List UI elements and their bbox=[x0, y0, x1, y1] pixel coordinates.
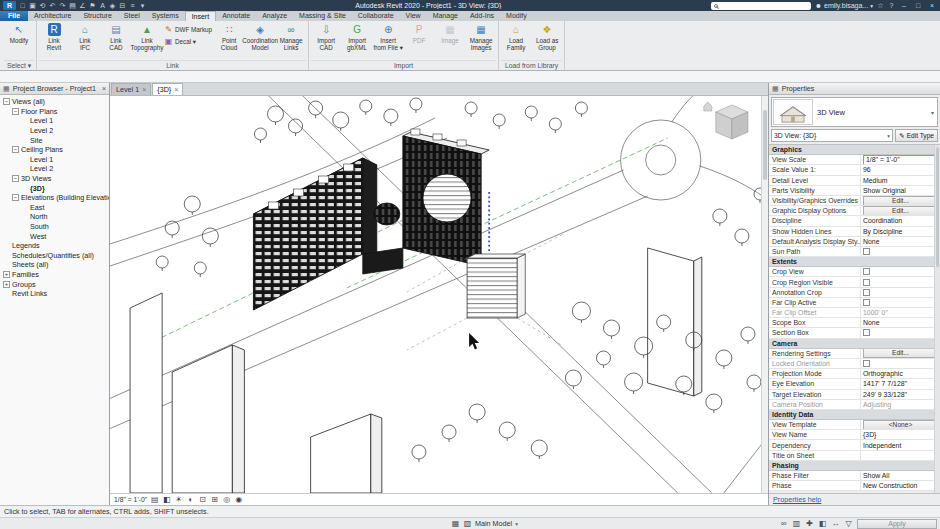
annotation-crop-checkbox[interactable] bbox=[863, 289, 870, 296]
filter-icon[interactable]: ▽ bbox=[844, 519, 853, 528]
property-section-camera[interactable]: Camera bbox=[769, 339, 940, 349]
tree-item-level-2[interactable]: Level 2 bbox=[0, 164, 109, 174]
thin-lines-icon[interactable]: ≡ bbox=[129, 1, 136, 10]
view-scale-control[interactable]: 1/8" = 1'-0" bbox=[114, 496, 147, 503]
undo-icon[interactable]: ↶ bbox=[49, 1, 56, 10]
ribbon-tab-analyze[interactable]: Analyze bbox=[256, 11, 293, 21]
section-box-checkbox[interactable] bbox=[863, 329, 870, 336]
tree-item-floor-plans[interactable]: −Floor Plans bbox=[0, 107, 109, 117]
tree-item-level-1[interactable]: Level 1 bbox=[0, 116, 109, 126]
instance-selector[interactable]: 3D View: {3D} ▾ bbox=[771, 129, 893, 142]
close-view-tab-icon[interactable]: × bbox=[174, 86, 178, 93]
tree-item-3d-views[interactable]: −3D Views bbox=[0, 174, 109, 184]
ribbon-tab-add-ins[interactable]: Add-Ins bbox=[464, 11, 500, 21]
import-gbxml-button[interactable]: GImportgbXML bbox=[342, 22, 372, 51]
link-revit-button[interactable]: RLinkRevit bbox=[39, 22, 69, 51]
ribbon-tab-steel[interactable]: Steel bbox=[118, 11, 146, 21]
link-topography-button[interactable]: ▲LinkTopography bbox=[132, 22, 162, 51]
tree-item-revit-links[interactable]: Revit Links bbox=[0, 289, 109, 299]
close-view-tab-icon[interactable]: × bbox=[142, 86, 146, 93]
collapse-icon[interactable]: − bbox=[12, 194, 19, 201]
image-button[interactable]: ▦Image bbox=[435, 22, 465, 44]
maximize-button[interactable]: □ bbox=[913, 2, 923, 9]
view-tab-level-1[interactable]: Level 1× bbox=[111, 83, 151, 95]
collapse-icon[interactable]: − bbox=[12, 175, 19, 182]
user-account-button[interactable]: ☻ emily.bisaga... ▾ bbox=[815, 2, 873, 9]
select-underlay-icon[interactable]: ▥ bbox=[792, 519, 801, 528]
tree-item-site[interactable]: Site bbox=[0, 135, 109, 145]
qat-customize-icon[interactable]: ▾ bbox=[139, 1, 146, 10]
load-as-group-button[interactable]: ❖Load asGroup bbox=[532, 22, 562, 51]
section-icon[interactable]: ⊟ bbox=[119, 1, 126, 10]
redo-icon[interactable]: ↷ bbox=[59, 1, 66, 10]
ribbon-panel-label-link[interactable]: Link bbox=[39, 60, 306, 70]
view-template-edit-button[interactable]: <None> bbox=[863, 420, 938, 429]
favorites-icon[interactable]: ☆ bbox=[877, 1, 884, 10]
crop-view-checkbox[interactable] bbox=[863, 268, 870, 275]
expand-icon[interactable]: + bbox=[3, 281, 10, 288]
canvas-scrollbar[interactable] bbox=[761, 96, 768, 493]
tree-item-groups[interactable]: +Groups bbox=[0, 279, 109, 289]
save-icon[interactable]: ▣ bbox=[29, 1, 36, 10]
type-selector[interactable]: 3D View ▾ bbox=[771, 97, 938, 127]
tree-item-level-1[interactable]: Level 1 bbox=[0, 155, 109, 165]
manage-links-button[interactable]: ∞ManageLinks bbox=[276, 22, 306, 51]
ribbon-panel-label-load-from-library[interactable]: Load from Library bbox=[501, 60, 562, 70]
select-links-icon[interactable]: ∞ bbox=[779, 519, 788, 528]
tree-item-west[interactable]: West bbox=[0, 231, 109, 241]
select-pinned-icon[interactable]: ✚ bbox=[805, 519, 814, 528]
ribbon-tab-annotate[interactable]: Annotate bbox=[216, 11, 256, 21]
ribbon-tab-structure[interactable]: Structure bbox=[77, 11, 117, 21]
point-cloud-button[interactable]: ∷PointCloud bbox=[214, 22, 244, 51]
property-section-graphics[interactable]: Graphics bbox=[769, 145, 940, 155]
drawing-area[interactable] bbox=[110, 96, 768, 493]
rendering-settings-edit-button[interactable]: Edit... bbox=[863, 349, 938, 358]
ribbon-tab-architecture[interactable]: Architecture bbox=[28, 11, 77, 21]
coordination-model-button[interactable]: ◈CoordinationModel bbox=[245, 22, 275, 51]
tree-item-north[interactable]: North bbox=[0, 212, 109, 222]
import-cad-button[interactable]: ⇩ImportCAD bbox=[311, 22, 341, 51]
property-section-extents[interactable]: Extents bbox=[769, 257, 940, 267]
tree-item-3d[interactable]: {3D} bbox=[0, 183, 109, 193]
visual-style-icon[interactable]: ◧ bbox=[162, 495, 171, 504]
far-clip-active-checkbox[interactable] bbox=[863, 299, 870, 306]
ribbon-tab-modify[interactable]: Modify bbox=[500, 11, 533, 21]
collapse-icon[interactable]: − bbox=[12, 108, 19, 115]
drag-on-selection-icon[interactable]: ↔ bbox=[831, 519, 840, 528]
tag-icon[interactable]: ⚑ bbox=[89, 1, 96, 10]
modify-button[interactable]: ↖Modify bbox=[4, 22, 34, 44]
select-by-face-icon[interactable]: ◧ bbox=[818, 519, 827, 528]
property-section-identity-data[interactable]: Identity Data bbox=[769, 410, 940, 420]
ribbon-tab-view[interactable]: View bbox=[400, 11, 427, 21]
tree-item-level-2[interactable]: Level 2 bbox=[0, 126, 109, 136]
crop-view-icon[interactable]: ⊡ bbox=[198, 495, 207, 504]
tree-item-south[interactable]: South bbox=[0, 222, 109, 232]
design-option-icon[interactable]: ▧ bbox=[463, 519, 472, 528]
apply-button[interactable]: Apply bbox=[857, 519, 937, 529]
workset-icon[interactable]: ▦ bbox=[451, 519, 460, 528]
temporary-hide-isolate-icon[interactable]: ◎ bbox=[222, 495, 231, 504]
graphic-display-options-edit-button[interactable]: Edit... bbox=[863, 206, 938, 215]
sync-with-central-icon[interactable]: ⟲ bbox=[39, 1, 46, 10]
property-section-phasing[interactable]: Phasing bbox=[769, 461, 940, 471]
close-button[interactable]: × bbox=[927, 2, 937, 9]
detail-level-icon[interactable]: ▤ bbox=[150, 495, 159, 504]
properties-scrollbar[interactable] bbox=[934, 145, 940, 493]
crop-region-visible-checkbox[interactable] bbox=[863, 279, 870, 286]
tree-item-families[interactable]: +Families bbox=[0, 270, 109, 280]
canvas-scrollbar-thumb[interactable] bbox=[763, 110, 767, 180]
edit-type-button[interactable]: ✎ Edit Type bbox=[895, 129, 938, 142]
properties-help-link[interactable]: Properties help bbox=[769, 493, 940, 505]
sun-path-checkbox[interactable] bbox=[863, 248, 870, 255]
expand-icon[interactable]: + bbox=[3, 271, 10, 278]
measure-icon[interactable]: ∠ bbox=[79, 1, 86, 10]
ribbon-tab-massing-site[interactable]: Massing & Site bbox=[293, 11, 352, 21]
default-3d-view-icon[interactable]: ◈ bbox=[109, 1, 116, 10]
decal-button[interactable]: ▣Decal ▾ bbox=[164, 37, 212, 46]
collapse-icon[interactable]: − bbox=[3, 98, 10, 105]
text-note-icon[interactable]: A bbox=[99, 1, 106, 10]
tree-item-schedules-quantities-all[interactable]: Schedules/Quantities (all) bbox=[0, 251, 109, 261]
link-ifc-button[interactable]: ⌂LinkIFC bbox=[70, 22, 100, 51]
open-icon[interactable]: □ bbox=[19, 1, 26, 10]
ribbon-tab-manage[interactable]: Manage bbox=[427, 11, 464, 21]
